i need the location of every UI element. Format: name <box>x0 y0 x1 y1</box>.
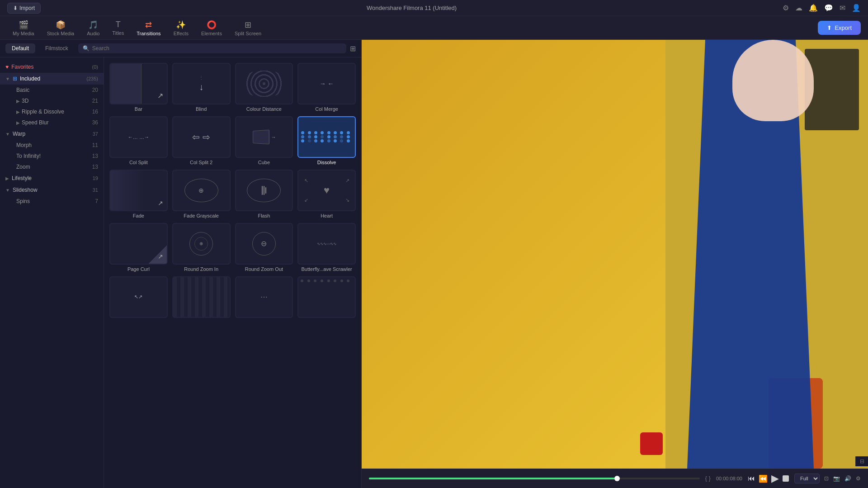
transition-extra-2[interactable] <box>172 276 231 320</box>
fullscreen-icon[interactable]: ⊡ <box>824 475 829 482</box>
sidebar-item-warp[interactable]: ▼ Warp 37 <box>0 128 104 140</box>
page-curl-label: Page Curl <box>127 266 150 272</box>
tab-filmstock[interactable]: Filmstock <box>39 43 75 53</box>
tab-transitions[interactable]: ⇄ Transitions <box>131 17 166 39</box>
lifestyle-count: 19 <box>93 175 98 181</box>
right-panel: { } 00:00:08:00 ⏮ ⏪ ▶ Full 1/2 1/4 ⊡ 📷 🔊… <box>362 40 868 488</box>
sidebar-item-favorites[interactable]: ♥ Favorites (0) <box>0 61 104 73</box>
sidebar: ♥ Favorites (0) ▼ ⊞ Included (235) Basic <box>0 57 104 488</box>
transition-fade-grayscale[interactable]: ⊕ Fade Grayscale <box>172 170 231 218</box>
sidebar-subitem-basic[interactable]: Basic 20 <box>0 85 104 95</box>
topbar-left: ⬇ Import <box>7 3 41 14</box>
dissolve-thumb <box>297 116 356 158</box>
transition-colour-distance[interactable]: Colour Distance <box>235 63 293 112</box>
transition-blind[interactable]: ⋮ ↓ Blind <box>172 63 231 112</box>
tab-default[interactable]: Default <box>5 43 35 53</box>
cloud-icon[interactable]: ☁ <box>795 4 802 12</box>
transition-page-curl[interactable]: ↗ Page Curl <box>109 223 168 272</box>
quality-select[interactable]: Full 1/2 1/4 <box>794 474 820 483</box>
basic-count: 20 <box>92 87 98 93</box>
transition-round-zoom-in[interactable]: ⊕ Round Zoom In <box>172 223 231 272</box>
progress-bar[interactable] <box>369 478 700 479</box>
time-brackets: { } <box>705 475 711 482</box>
sidebar-subitem-morph[interactable]: Morph 11 <box>0 140 104 151</box>
user-icon[interactable]: 👤 <box>852 4 861 12</box>
transition-cube[interactable]: → Cube <box>235 116 293 165</box>
tab-effects[interactable]: ✨ Effects <box>168 17 194 39</box>
transition-col-split[interactable]: ←… …→ Col Split <box>109 116 168 165</box>
transition-dissolve[interactable]: Dissolve <box>297 116 356 165</box>
transition-extra-4[interactable] <box>297 276 356 320</box>
import-button[interactable]: ⬇ Import <box>7 3 41 14</box>
transition-bar[interactable]: ↗ Bar <box>109 63 168 112</box>
sidebar-subitem-zoom[interactable]: Zoom 13 <box>0 161 104 172</box>
audio-label: Audio <box>87 31 99 36</box>
panel-tabs: Default Filmstock 🔍 ⊞ <box>0 40 361 57</box>
transition-extra-1[interactable]: ↖↗ <box>109 276 168 320</box>
play-button[interactable]: ▶ <box>771 473 779 484</box>
transition-butterfly[interactable]: ∿∿∿—∿∿ Butterfly...ave Scrawler <box>297 223 356 272</box>
transition-fade[interactable]: ↗ Fade <box>109 170 168 218</box>
sidebar-item-included[interactable]: ▼ ⊞ Included (235) <box>0 73 104 85</box>
sidebar-subitem-spins[interactable]: Spins 7 <box>0 196 104 207</box>
export-button[interactable]: ⬆ Export <box>818 21 861 35</box>
chevron-down-slideshow-icon: ▼ <box>5 188 10 193</box>
stop-button[interactable] <box>783 475 789 482</box>
3d-count: 21 <box>92 98 98 104</box>
tab-elements[interactable]: ⭕ Elements <box>196 17 227 39</box>
tab-stock-media[interactable]: 📦 Stock Media <box>42 17 80 39</box>
tab-titles[interactable]: T Titles <box>107 17 129 38</box>
favorites-count: (0) <box>92 64 98 70</box>
chevron-right-3d-icon: ▶ <box>16 99 20 104</box>
tab-split-screen[interactable]: ⊞ Split Screen <box>229 17 267 39</box>
transition-extra-3[interactable]: ⋯ <box>235 276 293 320</box>
volume-icon[interactable]: 🔊 <box>844 475 851 482</box>
colour-distance-label: Colour Distance <box>246 106 282 112</box>
stock-media-label: Stock Media <box>47 31 75 36</box>
morph-label: Morph <box>16 142 32 148</box>
warp-count: 37 <box>93 131 98 137</box>
sidebar-subitem-3d[interactable]: ▶ 3D 21 <box>0 95 104 106</box>
export-icon: ⬆ <box>827 24 832 31</box>
zoom-label: Zoom <box>16 164 30 170</box>
transition-col-split-2[interactable]: ⇦ ⇨ Col Split 2 <box>172 116 231 165</box>
import-icon: ⬇ <box>13 5 18 11</box>
elements-label: Elements <box>201 31 222 36</box>
settings-preview-icon[interactable]: ⚙ <box>856 475 861 482</box>
extra-2-thumb <box>172 276 231 318</box>
speed-blur-count: 36 <box>92 119 98 126</box>
step-back-button[interactable]: ⏪ <box>759 474 768 483</box>
sidebar-item-lifestyle[interactable]: ▶ Lifestyle 19 <box>0 172 104 184</box>
mail-icon[interactable]: ✉ <box>840 4 845 12</box>
transitions-grid: ↗ Bar ⋮ ↓ Blind <box>104 57 361 488</box>
snapshot-icon[interactable]: 📷 <box>833 475 840 482</box>
chat-icon[interactable]: 💬 <box>824 4 833 12</box>
sidebar-subitem-speed-blur[interactable]: ▶ Speed Blur 36 <box>0 117 104 128</box>
lifestyle-label: Lifestyle <box>12 175 32 181</box>
skip-back-button[interactable]: ⏮ <box>748 474 755 483</box>
sidebar-subitem-ripple[interactable]: ▶ Ripple & Dissolve 16 <box>0 106 104 117</box>
bell-icon[interactable]: 🔔 <box>809 4 818 12</box>
blind-label: Blind <box>196 106 207 112</box>
fade-grayscale-label: Fade Grayscale <box>184 213 219 218</box>
zoom-count: 13 <box>92 164 98 170</box>
sidebar-item-slideshow[interactable]: ▼ Slideshow 31 <box>0 184 104 196</box>
flash-thumb <box>235 170 293 211</box>
included-count: (235) <box>86 76 98 81</box>
tab-my-media[interactable]: 🎬 My Media <box>7 17 40 39</box>
export-label: Export <box>835 24 852 31</box>
transition-col-merge[interactable]: → ← Col Merge <box>297 63 356 112</box>
tab-audio[interactable]: 🎵 Audio <box>81 17 105 39</box>
grid-view-icon[interactable]: ⊞ <box>350 44 356 53</box>
search-input[interactable] <box>92 45 342 52</box>
morph-count: 11 <box>92 142 98 148</box>
spins-label: Spins <box>16 198 30 204</box>
transition-heart[interactable]: ↖↗ ♥ ↙↘ Heart <box>297 170 356 218</box>
settings-icon[interactable]: ⚙ <box>783 4 789 12</box>
sidebar-subitem-to-infinity[interactable]: To Infinity! 13 <box>0 151 104 161</box>
ripple-count: 16 <box>92 109 98 115</box>
transition-flash[interactable]: Flash <box>235 170 293 218</box>
transition-round-zoom-out[interactable]: ⊖ Round Zoom Out <box>235 223 293 272</box>
col-split-2-label: Col Split 2 <box>190 160 212 165</box>
panel-toggle-icon[interactable]: ⊟ <box>860 458 864 464</box>
